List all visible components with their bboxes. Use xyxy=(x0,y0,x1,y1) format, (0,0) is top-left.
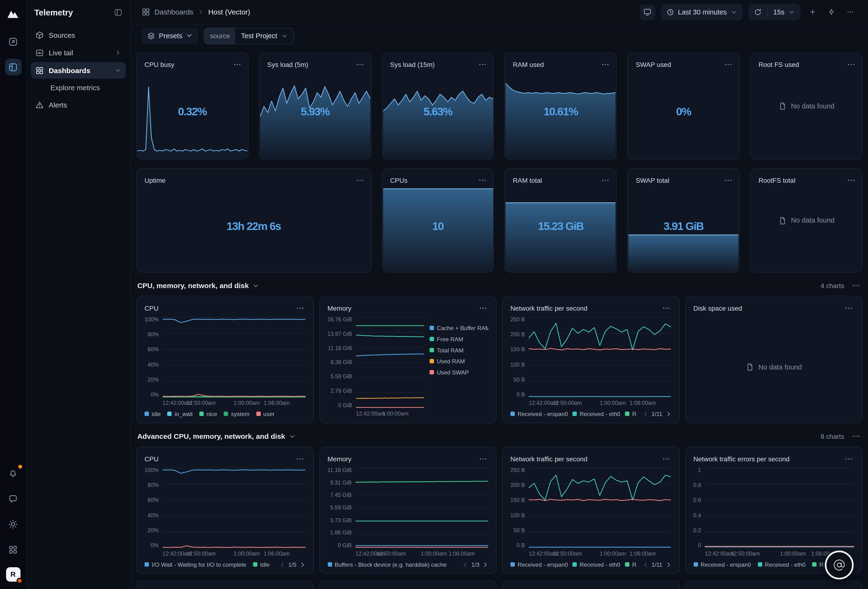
panel-menu-button[interactable] xyxy=(295,454,305,464)
y-axis-tick: 60% xyxy=(148,498,159,503)
chart-plot xyxy=(162,468,305,548)
rail-new-item-button[interactable] xyxy=(5,33,21,50)
legend-label: R xyxy=(819,561,824,568)
legend-item[interactable]: idle xyxy=(145,411,161,417)
legend-page-label: 1/11 xyxy=(651,561,662,568)
panel-menu-button[interactable] xyxy=(844,454,854,464)
panel-menu-button[interactable] xyxy=(232,59,242,70)
cpu-chart: 100%80%60%40%20%0%12:42:00am12:50:00am1:… xyxy=(145,317,305,417)
panel-menu-button[interactable] xyxy=(661,303,671,314)
legend-label: user xyxy=(263,411,275,417)
y-axis-tick: 0 B xyxy=(517,392,525,398)
panel-menu-button[interactable] xyxy=(844,303,854,314)
legend-item[interactable]: R xyxy=(625,411,636,417)
legend-label: Received - eth0 xyxy=(580,411,620,417)
section-toggle[interactable]: CPU, memory, network, and disk xyxy=(137,281,259,290)
time-range-picker[interactable]: Last 30 minutes xyxy=(661,4,743,20)
legend-item[interactable]: Buffers - Block device (e.g. harddisk) c… xyxy=(328,561,447,568)
shortcuts-button[interactable] xyxy=(5,542,21,558)
legend-item[interactable]: Received - eth0 xyxy=(572,411,618,417)
sidebar-item-alerts[interactable]: Alerts xyxy=(31,96,126,113)
legend-prev-icon[interactable] xyxy=(643,411,649,417)
panel-menu-button[interactable] xyxy=(295,303,305,314)
panel-menu-button[interactable] xyxy=(661,454,671,464)
panel-menu-button[interactable] xyxy=(477,59,488,70)
panel-menu-button[interactable] xyxy=(478,303,488,314)
ellipsis-icon xyxy=(852,432,860,441)
legend-item[interactable]: io_wait xyxy=(167,411,193,417)
legend-prev-icon[interactable] xyxy=(643,561,649,568)
chart-panel-cpu-advanced: CPU 100%80%60%40%20%0%12:42:00am12:50:00… xyxy=(136,446,313,574)
help-chat-button[interactable] xyxy=(825,550,853,579)
sidebar-item-explore-metrics[interactable]: Explore metrics xyxy=(31,80,126,95)
legend-item[interactable]: Cache + Buffer RAM xyxy=(430,325,488,331)
legend-item[interactable]: Total RAM xyxy=(430,347,464,353)
sidebar-item-sources[interactable]: Sources xyxy=(31,27,126,43)
presets-button[interactable]: Presets xyxy=(142,28,198,44)
legend-item[interactable]: system xyxy=(224,411,249,417)
panel-menu-button[interactable] xyxy=(846,59,856,70)
legend-item[interactable]: Received - erspan0 xyxy=(510,561,565,568)
collapse-sidebar-button[interactable] xyxy=(113,7,123,18)
kiosk-mode-button[interactable] xyxy=(640,4,655,20)
legend-item[interactable]: Used SWAP xyxy=(430,369,469,376)
legend-item[interactable]: Received - erspan0 xyxy=(510,411,565,417)
alert-triangle-icon xyxy=(35,101,44,109)
dashboard-content: CPU busy 0.32% Sys load (5m) 5.93% Sys l… xyxy=(131,48,868,589)
legend-next-icon[interactable] xyxy=(665,411,672,417)
legend-next-icon[interactable] xyxy=(299,561,306,568)
panel-menu-button[interactable] xyxy=(354,175,365,186)
more-options-button[interactable] xyxy=(844,5,857,19)
source-filter-chip[interactable]: source Test Project xyxy=(204,28,294,44)
panel-menu-button[interactable] xyxy=(478,454,488,464)
legend-item[interactable]: R xyxy=(812,561,824,568)
theme-toggle-button[interactable] xyxy=(5,516,21,533)
panel-menu-button[interactable] xyxy=(354,59,365,70)
legend-prev-icon[interactable] xyxy=(280,561,286,568)
stat-panel-cpus: CPUs 10 xyxy=(382,169,494,273)
panel-menu-button[interactable] xyxy=(600,59,611,70)
breadcrumb-root[interactable]: Dashboards xyxy=(154,8,193,16)
ellipsis-icon xyxy=(724,60,732,69)
panel-menu-button[interactable] xyxy=(723,175,734,186)
feedback-button[interactable] xyxy=(5,490,21,507)
user-avatar[interactable]: R xyxy=(6,567,21,582)
quick-actions-button[interactable] xyxy=(825,5,838,19)
dashboards-icon xyxy=(142,8,150,16)
chart-panel-partial xyxy=(136,580,313,589)
panel-menu-button[interactable] xyxy=(477,175,488,186)
y-axis-tick: 13.97 GiB xyxy=(328,331,352,336)
app-title: Telemetry xyxy=(34,8,73,17)
app-logo[interactable] xyxy=(6,7,20,20)
section-toggle[interactable]: Advanced CPU, memory, network, and disk xyxy=(137,432,296,441)
legend-prev-icon[interactable] xyxy=(462,561,469,568)
sidebar-item-dashboards[interactable]: Dashboards xyxy=(31,62,126,78)
legend-next-icon[interactable] xyxy=(665,561,672,568)
refresh-interval-control[interactable]: 15s xyxy=(748,4,800,20)
legend-swatch xyxy=(256,411,261,416)
file-icon xyxy=(745,363,754,371)
add-panel-button[interactable] xyxy=(806,5,819,19)
legend-item[interactable]: I/O Wait - Waiting for I/O to complete xyxy=(145,561,246,568)
legend-pager: 1/3 xyxy=(462,561,488,568)
panel-menu-button[interactable] xyxy=(723,59,734,70)
legend-item[interactable]: R xyxy=(625,561,636,568)
legend-next-icon[interactable] xyxy=(482,561,488,568)
legend-item[interactable]: Free RAM xyxy=(430,336,463,342)
legend-item[interactable]: Used RAM xyxy=(430,358,465,364)
section-menu-button[interactable] xyxy=(851,280,861,291)
legend-item[interactable]: user xyxy=(256,411,275,417)
sidebar-item-live-tail[interactable]: Live tail xyxy=(31,44,126,61)
legend-item[interactable]: Received - erspan0 xyxy=(694,561,751,568)
notifications-button[interactable] xyxy=(5,465,21,482)
legend-item[interactable]: nice xyxy=(199,411,217,417)
panel-menu-button[interactable] xyxy=(846,175,856,186)
legend-swatch xyxy=(224,411,228,416)
y-axis-tick: 50 B xyxy=(514,528,525,533)
panel-menu-button[interactable] xyxy=(600,175,611,186)
rail-telemetry-button[interactable] xyxy=(5,59,21,75)
section-menu-button[interactable] xyxy=(851,431,861,441)
legend-item[interactable]: Received - eth0 xyxy=(572,561,618,568)
legend-item[interactable]: Received - eth0 xyxy=(757,561,805,568)
legend-item[interactable]: Idle xyxy=(253,561,269,568)
